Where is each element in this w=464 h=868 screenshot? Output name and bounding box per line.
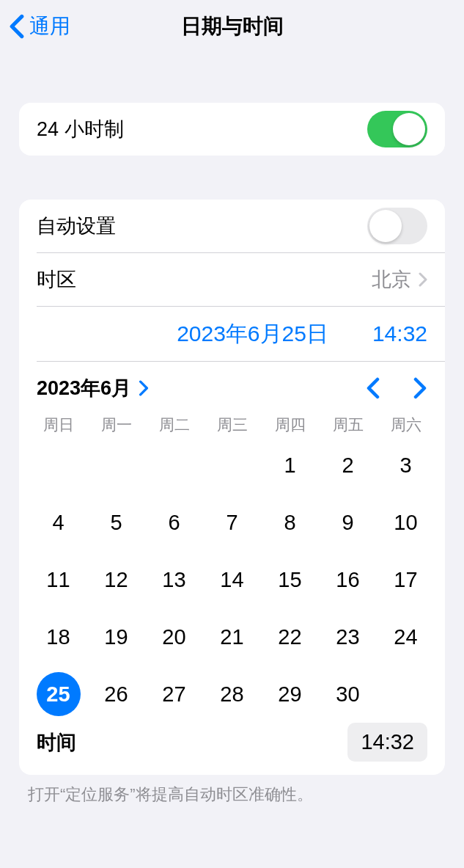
calendar-empty xyxy=(87,437,145,494)
weekday-label: 周三 xyxy=(203,404,261,437)
prev-month-button[interactable] xyxy=(366,377,380,399)
calendar-weekdays: 周日周一周二周三周四周五周六 xyxy=(19,404,445,437)
toggle-knob xyxy=(393,113,425,145)
calendar-day[interactable]: 2 xyxy=(319,437,377,494)
calendar-day[interactable]: 9 xyxy=(319,494,377,551)
calendar-day[interactable]: 12 xyxy=(87,551,145,608)
page-title: 日期与时间 xyxy=(181,12,284,40)
time-display[interactable]: 14:32 xyxy=(372,321,427,346)
back-label: 通用 xyxy=(29,12,70,40)
month-label: 2023年6月 xyxy=(37,375,131,401)
time-picker[interactable]: 14:32 xyxy=(347,723,427,762)
weekday-label: 周一 xyxy=(87,404,145,437)
month-picker[interactable]: 2023年6月 xyxy=(37,375,149,401)
calendar-day[interactable]: 6 xyxy=(145,494,203,551)
calendar-day[interactable]: 22 xyxy=(261,608,319,665)
calendar-day[interactable]: 27 xyxy=(145,665,203,723)
calendar-day[interactable]: 14 xyxy=(203,551,261,608)
date-display[interactable]: 2023年6月25日 xyxy=(177,319,328,349)
calendar-day[interactable]: 29 xyxy=(261,665,319,723)
calendar-day[interactable]: 10 xyxy=(377,494,435,551)
label-timezone: 时区 xyxy=(37,266,76,293)
calendar-day[interactable]: 16 xyxy=(319,551,377,608)
calendar-day[interactable]: 20 xyxy=(145,608,203,665)
calendar-day[interactable]: 25 xyxy=(29,665,87,723)
row-timezone[interactable]: 时区 北京 xyxy=(19,253,445,306)
weekday-label: 周二 xyxy=(145,404,203,437)
footnote: 打开“定位服务”将提高自动时区准确性。 xyxy=(0,775,464,814)
time-label: 时间 xyxy=(37,729,76,756)
calendar-day[interactable]: 21 xyxy=(203,608,261,665)
calendar-day[interactable]: 13 xyxy=(145,551,203,608)
calendar-day[interactable]: 17 xyxy=(377,551,435,608)
calendar-day[interactable]: 1 xyxy=(261,437,319,494)
calendar-day[interactable]: 11 xyxy=(29,551,87,608)
calendar-day[interactable]: 4 xyxy=(29,494,87,551)
chevron-right-icon xyxy=(419,272,427,287)
chevron-left-icon xyxy=(9,14,25,39)
calendar-day[interactable]: 19 xyxy=(87,608,145,665)
back-button[interactable]: 通用 xyxy=(9,12,70,40)
weekday-label: 周六 xyxy=(377,404,435,437)
calendar-day[interactable]: 7 xyxy=(203,494,261,551)
calendar-day[interactable]: 28 xyxy=(203,665,261,723)
label-24-hour: 24 小时制 xyxy=(37,116,124,142)
label-auto-set: 自动设置 xyxy=(37,213,116,239)
calendar-empty xyxy=(29,437,87,494)
chevron-right-icon xyxy=(139,380,149,396)
card-settings: 自动设置 时区 北京 2023年6月25日 14:32 2023年6月 周日周一… xyxy=(19,200,445,775)
card-24-hour: 24 小时制 xyxy=(19,103,445,156)
calendar-days: 1234567891011121314151617181920212223242… xyxy=(19,437,445,723)
calendar-day[interactable]: 23 xyxy=(319,608,377,665)
next-month-button[interactable] xyxy=(413,377,427,399)
calendar-empty xyxy=(145,437,203,494)
calendar-day[interactable]: 3 xyxy=(377,437,435,494)
calendar-day[interactable]: 18 xyxy=(29,608,87,665)
calendar-day[interactable]: 24 xyxy=(377,608,435,665)
toggle-knob xyxy=(369,210,402,242)
weekday-label: 周日 xyxy=(29,404,87,437)
calendar-day[interactable]: 15 xyxy=(261,551,319,608)
toggle-auto-set[interactable] xyxy=(367,208,427,244)
weekday-label: 周五 xyxy=(319,404,377,437)
value-timezone: 北京 xyxy=(372,266,411,293)
calendar-day[interactable]: 30 xyxy=(319,665,377,723)
calendar-day[interactable]: 8 xyxy=(261,494,319,551)
toggle-24-hour[interactable] xyxy=(367,111,427,147)
calendar-day[interactable]: 26 xyxy=(87,665,145,723)
calendar-day[interactable]: 5 xyxy=(87,494,145,551)
calendar-empty xyxy=(203,437,261,494)
weekday-label: 周四 xyxy=(261,404,319,437)
